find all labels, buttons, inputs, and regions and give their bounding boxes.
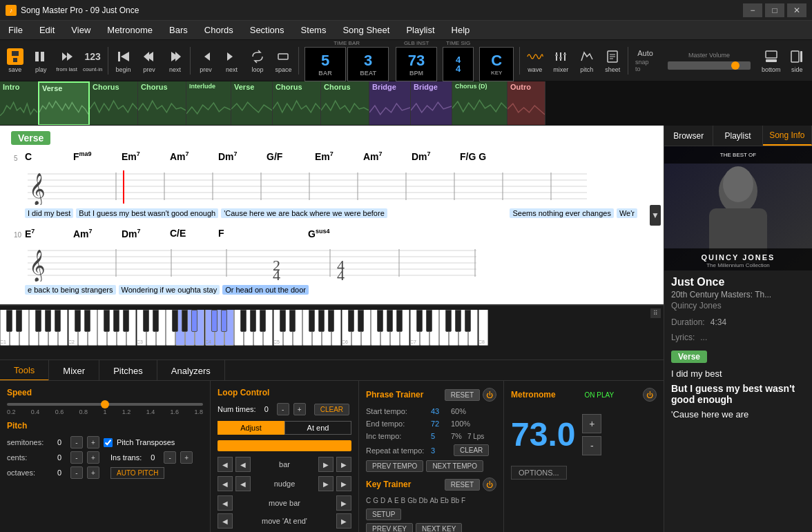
key-fs4-b[interactable] bbox=[240, 310, 246, 332]
key-gs6-b[interactable] bbox=[387, 310, 393, 332]
section-verse2[interactable]: Verse bbox=[231, 81, 273, 126]
right-tab-browser[interactable]: Browser bbox=[664, 126, 713, 146]
key-cs3-b[interactable] bbox=[143, 310, 149, 332]
begin-button[interactable]: begin bbox=[111, 43, 135, 78]
key-gs2-b[interactable] bbox=[113, 310, 119, 332]
loop-button[interactable]: loop bbox=[245, 43, 269, 78]
right-tab-song-info[interactable]: Song Info bbox=[763, 126, 812, 146]
key-as7-b[interactable] bbox=[465, 310, 471, 332]
key-fs3-b[interactable] bbox=[172, 310, 178, 332]
nudge-right2[interactable]: ▶ bbox=[336, 476, 351, 491]
menu-file[interactable]: File bbox=[0, 21, 31, 40]
key-ds7-b[interactable] bbox=[426, 310, 432, 332]
tab-tools[interactable]: Tools bbox=[0, 360, 49, 381]
next2-button[interactable]: next bbox=[220, 43, 244, 78]
section-chorus2[interactable]: Chorus bbox=[138, 81, 186, 126]
key-gs1-b[interactable] bbox=[45, 310, 51, 332]
pitch-button[interactable]: pitch bbox=[574, 43, 599, 78]
from-last-button[interactable]: from last bbox=[55, 43, 79, 78]
key-cs7-b[interactable] bbox=[416, 310, 423, 332]
key-cs4-b[interactable] bbox=[211, 310, 218, 332]
play-button[interactable]: play bbox=[28, 43, 52, 78]
speed-slider[interactable] bbox=[7, 403, 203, 406]
key-ds5-b[interactable] bbox=[289, 310, 296, 332]
prev2-button[interactable]: prev bbox=[193, 43, 218, 78]
key-as2-b[interactable] bbox=[123, 310, 129, 332]
menu-bars[interactable]: Bars bbox=[161, 21, 196, 40]
key-fs5-b[interactable] bbox=[309, 310, 315, 332]
key-fs2-b[interactable] bbox=[104, 310, 110, 332]
section-interlude[interactable]: Interlude bbox=[186, 81, 231, 126]
phrase-power-button[interactable]: ⏻ bbox=[483, 388, 496, 402]
key-gs5-b[interactable] bbox=[318, 310, 325, 332]
key-gs7-b[interactable] bbox=[455, 310, 461, 332]
key-trainer-reset-button[interactable]: RESET bbox=[445, 479, 480, 491]
octaves-minus[interactable]: - bbox=[70, 466, 83, 479]
key-fs7-b[interactable] bbox=[445, 310, 452, 332]
menu-chords[interactable]: Chords bbox=[196, 21, 242, 40]
tab-pitches[interactable]: Pitches bbox=[99, 360, 157, 381]
move-at-end-left[interactable]: ◀ bbox=[218, 513, 233, 529]
menu-metronome[interactable]: Metronome bbox=[99, 21, 161, 40]
next-key-button[interactable]: NEXT KEY bbox=[416, 523, 462, 532]
nudge-left2[interactable]: ◀ bbox=[235, 476, 251, 491]
move-bar-right[interactable]: ▶ bbox=[336, 495, 351, 511]
key-as1-b[interactable] bbox=[55, 310, 61, 332]
loop-slider[interactable] bbox=[218, 440, 351, 451]
section-intro[interactable]: Intro bbox=[0, 81, 38, 126]
nudge-right1[interactable]: ▶ bbox=[318, 476, 334, 491]
move-bar-left[interactable]: ◀ bbox=[218, 495, 233, 511]
key-ds6-b[interactable] bbox=[358, 310, 364, 332]
ins-trans-minus[interactable]: - bbox=[164, 451, 176, 464]
save-button[interactable]: save bbox=[3, 43, 27, 78]
ins-trans-plus[interactable]: + bbox=[180, 451, 193, 464]
wave-button[interactable]: wave bbox=[523, 43, 547, 78]
next-tempo-button[interactable]: NEXT TEMPO bbox=[426, 460, 483, 472]
key-gs4-b[interactable] bbox=[250, 310, 256, 332]
cents-minus[interactable]: - bbox=[70, 451, 83, 464]
metro-power-button[interactable]: ⏻ bbox=[643, 388, 657, 402]
menu-edit[interactable]: Edit bbox=[31, 21, 63, 40]
right-tab-playlist[interactable]: Playlist bbox=[713, 126, 762, 146]
key-cs1-b[interactable] bbox=[6, 310, 12, 332]
bar-right2[interactable]: ▶ bbox=[336, 457, 351, 472]
menu-help[interactable]: Help bbox=[443, 21, 478, 40]
key-as5-b[interactable] bbox=[328, 310, 334, 332]
loop-tab-at-end[interactable]: At end bbox=[284, 421, 351, 435]
sheet-button[interactable]: sheet bbox=[601, 43, 625, 78]
menu-stems[interactable]: Stems bbox=[293, 21, 335, 40]
bar-right1[interactable]: ▶ bbox=[318, 457, 334, 472]
key-gs3-b[interactable] bbox=[182, 310, 188, 332]
master-volume-slider[interactable] bbox=[668, 61, 751, 70]
prev-button[interactable]: prev bbox=[137, 43, 161, 78]
prev-key-button[interactable]: PREV KEY bbox=[366, 523, 413, 532]
mixer-button[interactable]: mixer bbox=[549, 43, 573, 78]
tab-analyzers[interactable]: Analyzers bbox=[157, 360, 225, 381]
key-ds3-b[interactable] bbox=[153, 310, 159, 332]
menu-sections[interactable]: Sections bbox=[242, 21, 293, 40]
bottom-button[interactable]: bottom bbox=[759, 43, 783, 78]
key-fs1-b[interactable] bbox=[35, 310, 41, 332]
key-trainer-power[interactable]: ⏻ bbox=[483, 477, 496, 491]
section-chorus3[interactable]: Chorus bbox=[273, 81, 321, 126]
section-outro[interactable]: Outro bbox=[508, 81, 545, 126]
tab-mixer[interactable]: Mixer bbox=[49, 360, 99, 381]
key-cs5-b[interactable] bbox=[280, 310, 286, 332]
loop-clear-button[interactable]: CLEAR bbox=[314, 404, 349, 415]
metro-minus-button[interactable]: - bbox=[582, 436, 601, 455]
bar-left1[interactable]: ◀ bbox=[218, 457, 233, 472]
bar-left2[interactable]: ◀ bbox=[235, 457, 251, 472]
maximize-button[interactable]: □ bbox=[765, 3, 784, 17]
menu-song-sheet[interactable]: Song Sheet bbox=[334, 21, 398, 40]
num-times-minus[interactable]: - bbox=[277, 403, 289, 415]
key-cs2-b[interactable] bbox=[75, 310, 81, 332]
phrase-reset-button[interactable]: RESET bbox=[445, 389, 480, 401]
section-bridge2[interactable]: Bridge bbox=[411, 81, 452, 126]
setup-button[interactable]: SETUP bbox=[366, 509, 401, 520]
space-button[interactable]: space bbox=[271, 43, 296, 78]
loop-tab-adjust[interactable]: Adjust bbox=[218, 421, 284, 435]
key-as3-b[interactable] bbox=[191, 310, 197, 332]
side-button[interactable]: side bbox=[785, 43, 809, 78]
key-as6-b[interactable] bbox=[396, 310, 403, 332]
next-button[interactable]: next bbox=[163, 43, 187, 78]
